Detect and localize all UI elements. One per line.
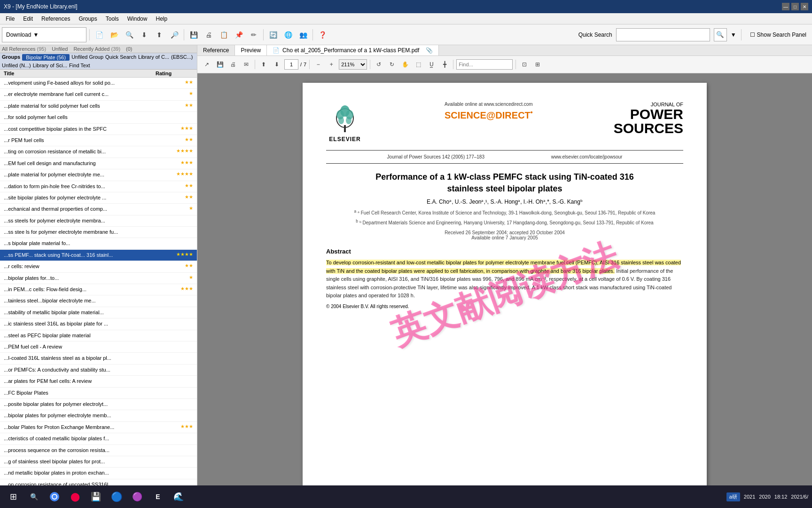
bipolar-plate-group[interactable]: Bipolar Plate (56) bbox=[22, 54, 70, 61]
taskbar-purple-icon[interactable]: 🟣 bbox=[128, 487, 147, 506]
next-page-icon[interactable]: ⬇ bbox=[271, 59, 282, 70]
ref-item-selected[interactable]: ...ss PEMF... stack using TiN-coat... 31… bbox=[0, 250, 197, 261]
taskbar-file-icon[interactable]: 💾 bbox=[86, 487, 105, 506]
maximize-button[interactable]: □ bbox=[791, 3, 799, 10]
find-full-text-icon[interactable]: 🔍 bbox=[123, 28, 136, 41]
ref-item[interactable]: ...FC Bipolar Plates bbox=[0, 388, 197, 399]
ref-item[interactable]: ...velopment using Fe-based alloys for s… bbox=[0, 78, 197, 89]
ref-item[interactable]: ...ss steels for polymer electrolyte mem… bbox=[0, 215, 197, 227]
strikethrough-icon[interactable]: ╋ bbox=[439, 59, 450, 70]
ref-item[interactable]: ...steel as PEFC bipolar plate material bbox=[0, 330, 197, 341]
ref-item[interactable]: ...ting on corrosion resistance of metal… bbox=[0, 146, 197, 158]
ref-item[interactable]: ...echanical and thermal properties of c… bbox=[0, 204, 197, 215]
full-screen-icon[interactable]: ⊞ bbox=[532, 59, 543, 70]
menu-tools[interactable]: Tools bbox=[102, 15, 123, 23]
ref-item[interactable]: ...EM fuel cell design and manufacturing… bbox=[0, 158, 197, 169]
format-icon[interactable]: 📋 bbox=[217, 28, 230, 41]
library-group: Library of C... bbox=[138, 54, 169, 61]
print-pdf-icon[interactable]: 🖨 bbox=[227, 59, 239, 70]
reference-tab[interactable]: Reference bbox=[197, 45, 235, 56]
save-icon[interactable]: 💾 bbox=[187, 28, 200, 41]
ref-item[interactable]: ...plate material for solid polymer fuel… bbox=[0, 101, 197, 112]
download-pdf-icon[interactable]: ⬇ bbox=[138, 28, 151, 41]
ref-item[interactable]: ...stability of metallic bipolar plate m… bbox=[0, 307, 197, 318]
minimize-button[interactable]: — bbox=[782, 3, 789, 10]
ref-item[interactable]: ...nd metallic bipolar plates in proton … bbox=[0, 468, 197, 479]
email-pdf-icon[interactable]: ✉ bbox=[241, 59, 252, 70]
select-tool-icon[interactable]: ⬚ bbox=[413, 59, 424, 70]
ref-item[interactable]: ...site bipolar plates for polymer elect… bbox=[0, 192, 197, 204]
ref-item[interactable]: ...bolar Plates for Proton Exchange Memb… bbox=[0, 422, 197, 433]
ref-item[interactable]: ...dation to form pin-hole free Cr-nitri… bbox=[0, 181, 197, 192]
taskbar-blue-icon[interactable]: 🔵 bbox=[107, 487, 126, 506]
windows-start-button[interactable]: ⊞ bbox=[4, 487, 23, 506]
sync-icon[interactable]: 🔄 bbox=[266, 28, 280, 41]
ref-item[interactable]: ...er electrolyte membrane fuel cell cur… bbox=[0, 89, 197, 100]
zoom-icon[interactable]: 🔎 bbox=[168, 28, 181, 41]
download-button[interactable]: Download ▼ bbox=[2, 27, 86, 42]
fit-page-icon[interactable]: ⊡ bbox=[519, 59, 530, 70]
preview-tab[interactable]: Preview bbox=[235, 45, 267, 56]
open-pdf-icon[interactable]: ↗ bbox=[201, 59, 212, 70]
search-button[interactable]: 🔍 bbox=[714, 28, 727, 41]
elsevier-tree-svg bbox=[331, 102, 359, 135]
hand-tool-icon[interactable]: ✋ bbox=[399, 59, 411, 70]
ref-item[interactable]: ...I-coated 316L stainless steel as a bi… bbox=[0, 353, 197, 364]
ref-item[interactable]: ...cost competitive bipolar plates in th… bbox=[0, 124, 197, 135]
menu-edit[interactable]: Edit bbox=[19, 15, 37, 23]
menu-groups[interactable]: Groups bbox=[75, 15, 101, 23]
quick-search-input[interactable] bbox=[616, 28, 710, 41]
online-search-icon[interactable]: 🌐 bbox=[281, 28, 295, 41]
taskbar-chrome-icon[interactable] bbox=[45, 487, 64, 506]
ref-item[interactable]: ...plate material for polymer electrolyt… bbox=[0, 169, 197, 181]
upload-icon[interactable]: ⬆ bbox=[153, 28, 166, 41]
ref-item[interactable]: ...ic stainless steel 316L as bipolar pl… bbox=[0, 318, 197, 330]
help-icon[interactable]: ❓ bbox=[316, 28, 329, 41]
pdf-content[interactable]: 英文献阅读方法 bbox=[197, 73, 812, 494]
rotate-right-icon[interactable]: ↻ bbox=[386, 59, 398, 70]
open-file-icon[interactable]: 📂 bbox=[108, 28, 121, 41]
menu-file[interactable]: File bbox=[2, 15, 18, 23]
menu-window[interactable]: Window bbox=[124, 15, 151, 23]
taskbar-endnote-icon[interactable]: E bbox=[148, 487, 167, 506]
taskbar-red-icon[interactable]: ⬤ bbox=[66, 487, 85, 506]
page-number-input[interactable] bbox=[284, 59, 298, 70]
show-search-panel-button[interactable]: ☐ Show Search Panel bbox=[746, 30, 810, 40]
zoom-select[interactable]: 211% 100% 150% bbox=[339, 59, 367, 70]
insert-citation-icon[interactable]: 📌 bbox=[232, 28, 245, 41]
ref-item[interactable]: ...bipolar plates for polymer electrolyt… bbox=[0, 410, 197, 421]
new-ref-icon[interactable]: 📄 bbox=[93, 28, 106, 41]
prev-page-icon[interactable]: ⬆ bbox=[258, 59, 269, 70]
ref-item[interactable]: ...on corrosion resistance of uncoated S… bbox=[0, 479, 197, 486]
find-text-input[interactable] bbox=[456, 59, 513, 70]
ref-item[interactable]: ...ar plates for PEM fuel cells: A revie… bbox=[0, 376, 197, 387]
ref-item[interactable]: ...r PEM fuel cells★★ bbox=[0, 135, 197, 146]
ref-item[interactable]: ...posite bipolar plates for polymer ele… bbox=[0, 399, 197, 410]
menu-references[interactable]: References bbox=[38, 15, 74, 23]
pdf-file-tab[interactable]: 📄 Cho et al_2005_Performance of a 1 kW-c… bbox=[267, 45, 439, 56]
ref-item[interactable]: ...tainless steel...bipolar electrolyte … bbox=[0, 295, 197, 307]
ref-item[interactable]: ...g of stainless steel bipolar plates f… bbox=[0, 456, 197, 468]
ref-item[interactable]: ...process sequence on the corrosion res… bbox=[0, 445, 197, 456]
taskbar-search-icon[interactable]: 🔍 bbox=[24, 487, 43, 506]
underline-icon[interactable]: U̲ bbox=[426, 59, 437, 70]
close-button[interactable]: ✕ bbox=[801, 3, 808, 10]
group-icon[interactable]: 👥 bbox=[297, 28, 310, 41]
rotate-left-icon[interactable]: ↺ bbox=[373, 59, 384, 70]
ref-item[interactable]: ...PEM fuel cell - A review bbox=[0, 341, 197, 353]
print-icon[interactable]: 🖨 bbox=[202, 28, 215, 41]
zoom-in-icon[interactable]: + bbox=[326, 59, 337, 70]
ref-item[interactable]: ...cteristics of coated metallic bipolar… bbox=[0, 433, 197, 444]
ref-item[interactable]: ...bipolar plates for...to...★ bbox=[0, 273, 197, 284]
ref-item[interactable]: ...or PEMFCs: A conductivity and stabili… bbox=[0, 365, 197, 376]
ref-item[interactable]: ...in PEM...c cells: Flow-field desig...… bbox=[0, 284, 197, 295]
menu-help[interactable]: Help bbox=[152, 15, 171, 23]
zoom-out-icon[interactable]: − bbox=[312, 59, 324, 70]
edit-library-icon[interactable]: ✏ bbox=[247, 28, 260, 41]
ref-item[interactable]: ...s bipolar plate material fo... bbox=[0, 238, 197, 249]
save-pdf-icon[interactable]: 💾 bbox=[214, 59, 226, 70]
ref-item[interactable]: ...for solid polymer fuel cells bbox=[0, 112, 197, 123]
ref-item[interactable]: ...r cells: review★★ bbox=[0, 261, 197, 272]
ref-item[interactable]: ...ss stee ls for polymer electrolyte me… bbox=[0, 227, 197, 238]
taskbar-wave-icon[interactable]: 🌊 bbox=[169, 487, 188, 506]
